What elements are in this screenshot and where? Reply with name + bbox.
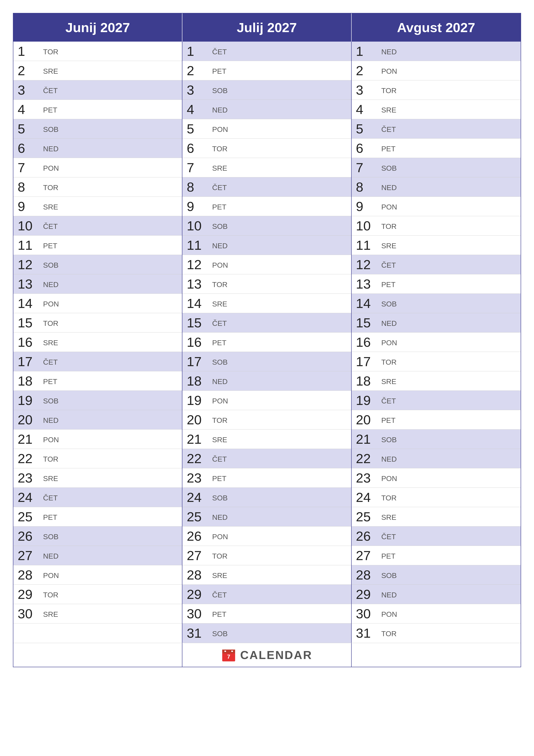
day-name-m2-d27: PET bbox=[381, 552, 395, 560]
svg-text:7: 7 bbox=[227, 653, 230, 660]
day-name-m1-d18: NED bbox=[212, 377, 228, 386]
day-cell-m0-d13: 13NED bbox=[13, 274, 182, 294]
day-name-m0-d29: TOR bbox=[43, 591, 58, 599]
day-number-m1-d27: 27 bbox=[187, 549, 210, 562]
day-name-m0-d3: ČET bbox=[43, 86, 58, 95]
day-name-m0-d15: TOR bbox=[43, 319, 58, 328]
day-name-m2-d21: SOB bbox=[381, 436, 397, 444]
day-name-m2-d28: SOB bbox=[381, 571, 397, 580]
day-number-m0-d23: 23 bbox=[18, 471, 41, 485]
day-name-m1-d27: TOR bbox=[212, 552, 227, 560]
day-number-m1-d22: 22 bbox=[187, 452, 210, 465]
day-number-m2-d23: 23 bbox=[356, 471, 380, 485]
day-name-m2-d16: PON bbox=[381, 338, 397, 347]
day-number-m2-d7: 7 bbox=[356, 161, 380, 174]
day-cell-m1-d9: 9PET bbox=[182, 197, 351, 216]
day-cell-m2-d10: 10TOR bbox=[352, 216, 521, 235]
day-name-m0-d6: NED bbox=[43, 145, 59, 153]
day-name-m2-d19: ČET bbox=[381, 397, 396, 405]
day-cell-m1-d2: 2PET bbox=[182, 61, 351, 80]
month-header-july: Julij 2027 bbox=[182, 14, 351, 41]
day-cell-m1-d31: 31SOB bbox=[182, 623, 351, 643]
day-cell-m2-d14: 14SOB bbox=[352, 294, 521, 313]
day-number-m2-d6: 6 bbox=[356, 142, 380, 155]
day-number-m0-d20: 20 bbox=[18, 413, 41, 426]
day-name-m0-d25: PET bbox=[43, 513, 57, 522]
day-cell-m1-d25: 25NED bbox=[182, 507, 351, 526]
calendar-container: Junij 2027 Julij 2027 Avgust 2027 1TOR2S… bbox=[13, 13, 521, 667]
calendar-logo-icon: 7 bbox=[221, 647, 236, 662]
day-number-m2-d24: 24 bbox=[356, 491, 380, 504]
day-number-m1-d21: 21 bbox=[187, 433, 210, 446]
day-name-m2-d18: SRE bbox=[381, 377, 396, 386]
footer-col-august bbox=[352, 643, 521, 667]
day-number-m0-d18: 18 bbox=[18, 374, 41, 388]
day-cell-m2-d30: 30PON bbox=[352, 604, 521, 623]
day-cell-m1-d7: 7SRE bbox=[182, 158, 351, 177]
day-number-m0-d25: 25 bbox=[18, 510, 41, 524]
day-name-m2-d15: NED bbox=[381, 319, 397, 328]
day-number-m1-d26: 26 bbox=[187, 529, 210, 543]
day-name-m2-d11: SRE bbox=[381, 242, 396, 250]
day-cell-m2-d16: 16PON bbox=[352, 333, 521, 352]
footer-row: 7 CALENDAR bbox=[13, 643, 521, 667]
day-cell-m0-d14: 14PON bbox=[13, 294, 182, 313]
day-cell-m2-d7: 7SOB bbox=[352, 158, 521, 177]
footer-logo: 7 CALENDAR bbox=[221, 647, 312, 662]
day-name-m2-d9: PON bbox=[381, 203, 397, 211]
month-header-june: Junij 2027 bbox=[13, 14, 182, 41]
day-name-m1-d2: PET bbox=[212, 67, 226, 75]
day-number-m0-d7: 7 bbox=[18, 161, 41, 174]
day-name-m1-d1: ČET bbox=[212, 48, 227, 56]
day-number-m2-d26: 26 bbox=[356, 529, 380, 543]
day-name-m0-d22: TOR bbox=[43, 455, 58, 463]
day-cell-m2-d28: 28SOB bbox=[352, 565, 521, 585]
day-cell-m1-d1: 1ČET bbox=[182, 41, 351, 61]
day-cell-m1-d28: 28SRE bbox=[182, 565, 351, 585]
day-number-m1-d23: 23 bbox=[187, 471, 210, 485]
day-name-m2-d14: SOB bbox=[381, 300, 397, 308]
day-cell-m1-d15: 15ČET bbox=[182, 313, 351, 333]
day-name-m0-d21: PON bbox=[43, 436, 59, 444]
day-number-m0-d19: 19 bbox=[18, 394, 41, 407]
day-number-m2-d18: 18 bbox=[356, 374, 380, 388]
day-number-m0-d17: 17 bbox=[18, 355, 41, 368]
day-cell-m0-d11: 11PET bbox=[13, 235, 182, 255]
day-cell-m0-d23: 23SRE bbox=[13, 468, 182, 488]
day-number-m2-d27: 27 bbox=[356, 549, 380, 562]
day-name-m1-d20: TOR bbox=[212, 416, 227, 424]
day-name-m1-d31: SOB bbox=[212, 630, 228, 638]
day-number-m0-d3: 3 bbox=[18, 83, 41, 97]
day-number-m1-d17: 17 bbox=[187, 355, 210, 368]
day-cell-m1-d19: 19PON bbox=[182, 391, 351, 410]
day-cell-m1-d6: 6TOR bbox=[182, 139, 351, 158]
day-name-m2-d13: PET bbox=[381, 281, 395, 289]
day-name-m0-d18: PET bbox=[43, 377, 57, 386]
day-cell-m1-d11: 11NED bbox=[182, 235, 351, 255]
day-cell-m0-d25: 25PET bbox=[13, 507, 182, 526]
day-name-m0-d10: ČET bbox=[43, 222, 58, 230]
day-name-m1-d13: TOR bbox=[212, 281, 227, 289]
day-number-m2-d31: 31 bbox=[356, 627, 380, 640]
day-name-m2-d2: PON bbox=[381, 67, 397, 75]
day-number-m2-d29: 29 bbox=[356, 588, 380, 601]
day-name-m2-d7: SOB bbox=[381, 164, 397, 173]
day-cell-m0-d5: 5SOB bbox=[13, 119, 182, 139]
day-cell-m0-d2: 2SRE bbox=[13, 61, 182, 80]
day-cell-m1-d23: 23PET bbox=[182, 468, 351, 488]
day-name-m0-d7: PON bbox=[43, 164, 59, 173]
day-number-m0-d12: 12 bbox=[18, 258, 41, 271]
day-name-m1-d7: SRE bbox=[212, 164, 227, 173]
day-cell-m0-d26: 26SOB bbox=[13, 526, 182, 546]
day-name-m2-d31: TOR bbox=[381, 630, 396, 638]
day-name-m0-d14: PON bbox=[43, 300, 59, 308]
day-name-m0-d28: PON bbox=[43, 571, 59, 580]
day-cell-m0-d30: 30SRE bbox=[13, 604, 182, 623]
day-name-m1-d17: SOB bbox=[212, 358, 228, 366]
day-cell-m0-d29: 29TOR bbox=[13, 585, 182, 604]
day-number-m0-d30: 30 bbox=[18, 607, 41, 620]
day-number-m1-d6: 6 bbox=[187, 142, 210, 155]
day-name-m2-d10: TOR bbox=[381, 222, 396, 230]
day-name-m1-d22: ČET bbox=[212, 455, 227, 463]
day-cell-m1-d13: 13TOR bbox=[182, 274, 351, 294]
